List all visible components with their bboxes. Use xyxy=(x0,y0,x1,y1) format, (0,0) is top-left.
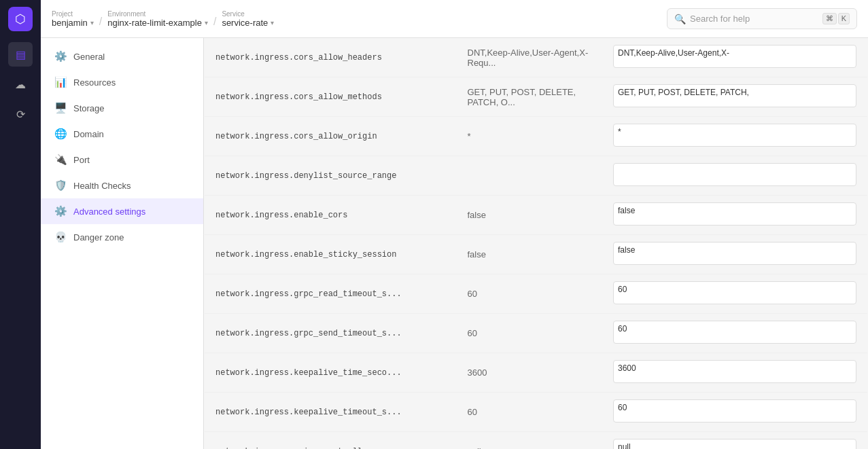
setting-default xyxy=(457,156,603,196)
setting-value-input[interactable] xyxy=(613,45,856,68)
setting-default: false xyxy=(457,235,603,274)
table-row: network.ingress.grpc_read_timeout_s...60 xyxy=(205,274,867,314)
app-logo[interactable]: ⬡ xyxy=(8,7,33,31)
setting-value-cell xyxy=(602,432,867,450)
table-row: network.ingress.keepalive_time_seco...36… xyxy=(205,353,867,393)
sidebar-nav: ⚙️ General 📊 Resources 🖥️ Storage 🌐 Doma… xyxy=(41,38,203,255)
advanced-icon: ⚙️ xyxy=(54,205,67,217)
storage-icon: 🖥️ xyxy=(54,102,67,114)
search-icon: 🔍 xyxy=(674,14,686,24)
service-selector[interactable]: service-rate ▾ xyxy=(222,18,274,28)
settings-table: network.ingress.cors_allow_headersDNT,Ke… xyxy=(204,38,868,449)
setting-value-cell xyxy=(602,274,867,314)
gear-icon: ⚙️ xyxy=(54,50,67,62)
setting-value-input[interactable] xyxy=(613,242,856,265)
service-label: Service xyxy=(222,10,274,18)
sidebar: ⚙️ General 📊 Resources 🖥️ Storage 🌐 Doma… xyxy=(41,0,204,449)
chevron-down-icon-2: ▾ xyxy=(205,19,208,26)
sidebar-item-advanced-settings[interactable]: ⚙️ Advanced settings xyxy=(41,198,203,224)
setting-value-input[interactable] xyxy=(613,281,856,304)
danger-icon: 💀 xyxy=(54,231,67,243)
table-row: network.ingress.denylist_source_range xyxy=(205,156,867,196)
table-row: network.ingress.nginx_controller_con...n… xyxy=(205,432,867,450)
search-shortcut: ⌘ K xyxy=(822,13,850,24)
search-placeholder: Search for help xyxy=(690,14,818,24)
setting-name: network.ingress.cors_allow_methods xyxy=(205,77,457,117)
setting-value-input[interactable] xyxy=(613,124,856,147)
sidebar-item-domain-label: Domain xyxy=(73,129,104,139)
setting-value-cell xyxy=(602,117,867,156)
setting-default: GET, PUT, POST, DELETE, PATCH, O... xyxy=(457,77,603,117)
search-bar[interactable]: 🔍 Search for help ⌘ K xyxy=(667,8,857,29)
domain-icon: 🌐 xyxy=(54,128,67,140)
table-row: network.ingress.grpc_send_timeout_s...60 xyxy=(205,314,867,353)
setting-value-cell xyxy=(602,196,867,235)
setting-default: * xyxy=(457,117,603,156)
chevron-down-icon-3: ▾ xyxy=(271,19,274,26)
table-row: network.ingress.keepalive_timeout_s...60 xyxy=(205,393,867,432)
table-row: network.ingress.enable_corsfalse xyxy=(205,196,867,235)
port-icon: 🔌 xyxy=(54,154,67,166)
setting-name: network.ingress.keepalive_timeout_s... xyxy=(205,393,457,432)
sidebar-item-health-label: Health Checks xyxy=(73,181,131,191)
setting-name: network.ingress.cors_allow_headers xyxy=(205,38,457,77)
setting-value-input[interactable] xyxy=(613,399,856,423)
setting-value-input[interactable] xyxy=(613,360,856,383)
setting-value-cell xyxy=(602,77,867,117)
breadcrumb: Project benjamin ▾ / Environment nginx-r… xyxy=(204,10,661,28)
setting-name: network.ingress.keepalive_time_seco... xyxy=(205,353,457,393)
setting-value-cell xyxy=(602,38,867,77)
setting-name: network.ingress.denylist_source_range xyxy=(205,156,457,196)
setting-value-input[interactable] xyxy=(613,84,856,107)
setting-value-input[interactable] xyxy=(613,202,856,226)
setting-value-cell xyxy=(602,156,867,196)
sidebar-item-port[interactable]: 🔌 Port xyxy=(41,147,203,173)
setting-default: 60 xyxy=(457,393,603,432)
sidebar-item-health-checks[interactable]: 🛡️ Health Checks xyxy=(41,173,203,198)
service-section: Service service-rate ▾ xyxy=(222,10,274,28)
sidebar-item-danger-label: Danger zone xyxy=(73,232,124,243)
table-row: network.ingress.enable_sticky_sessionfal… xyxy=(205,235,867,274)
icon-bar-cloud[interactable]: ☁ xyxy=(8,72,33,96)
setting-value-input[interactable] xyxy=(613,321,856,344)
k-key: K xyxy=(838,13,850,24)
icon-bar-layers[interactable]: ▤ xyxy=(8,42,33,67)
setting-value-input[interactable] xyxy=(613,439,856,449)
table-wrapper: network.ingress.cors_allow_headersDNT,Ke… xyxy=(204,38,868,449)
sidebar-item-domain[interactable]: 🌐 Domain xyxy=(41,121,203,147)
sidebar-item-storage[interactable]: 🖥️ Storage xyxy=(41,95,203,121)
header: Project benjamin ▾ / Environment nginx-r… xyxy=(204,0,868,38)
setting-value-input[interactable] xyxy=(613,163,856,186)
setting-default: null xyxy=(457,432,603,450)
table-row: network.ingress.cors_allow_origin* xyxy=(205,117,867,156)
icon-bar: ⬡ ▤ ☁ ⟳ xyxy=(0,0,41,449)
icon-bar-history[interactable]: ⟳ xyxy=(8,102,33,126)
setting-name: network.ingress.enable_sticky_session xyxy=(205,235,457,274)
table-row: network.ingress.cors_allow_headersDNT,Ke… xyxy=(205,38,867,77)
env-label: Environment xyxy=(204,10,208,18)
setting-default: 60 xyxy=(457,274,603,314)
setting-name: network.ingress.grpc_send_timeout_s... xyxy=(205,314,457,353)
health-icon: 🛡️ xyxy=(54,179,67,192)
main-content: network.ingress.cors_allow_headersDNT,Ke… xyxy=(204,0,868,449)
setting-default: DNT,Keep-Alive,User-Agent,X-Requ... xyxy=(457,38,603,77)
setting-default: 3600 xyxy=(457,353,603,393)
setting-name: network.ingress.nginx_controller_con... xyxy=(205,432,457,450)
setting-value-cell xyxy=(602,353,867,393)
table-row: network.ingress.cors_allow_methodsGET, P… xyxy=(205,77,867,117)
setting-name: network.ingress.cors_allow_origin xyxy=(205,117,457,156)
sidebar-item-advanced-label: Advanced settings xyxy=(73,206,145,217)
content-area: network.ingress.cors_allow_headersDNT,Ke… xyxy=(204,38,868,449)
service-value: service-rate xyxy=(222,18,268,28)
sidebar-item-storage-label: Storage xyxy=(73,103,105,113)
setting-value-cell xyxy=(602,314,867,353)
sidebar-item-general[interactable]: ⚙️ General xyxy=(41,43,203,69)
sidebar-item-resources[interactable]: 📊 Resources xyxy=(41,69,203,95)
setting-name: network.ingress.enable_cors xyxy=(205,196,457,235)
sidebar-item-danger-zone[interactable]: 💀 Danger zone xyxy=(41,224,203,250)
env-selector[interactable]: nginx-rate-limit-example ▾ xyxy=(204,18,208,28)
setting-value-cell xyxy=(602,235,867,274)
sidebar-item-general-label: General xyxy=(73,52,105,62)
sidebar-item-resources-label: Resources xyxy=(73,77,116,88)
cmd-key: ⌘ xyxy=(822,13,837,24)
